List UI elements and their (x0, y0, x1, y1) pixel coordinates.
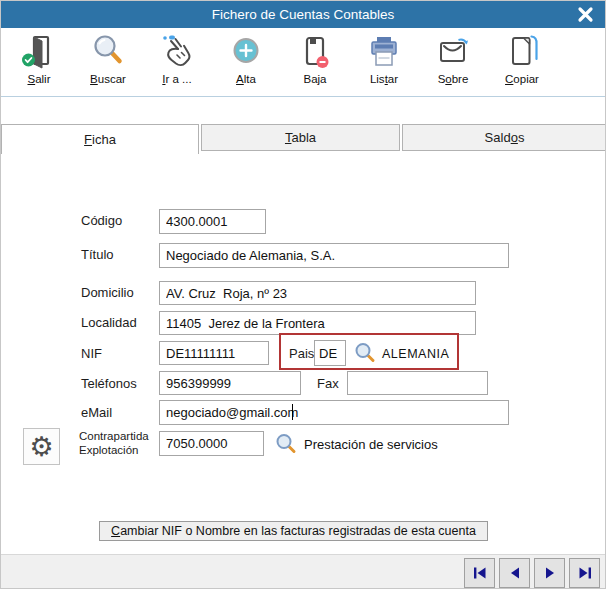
sobre-button[interactable]: Sobre (420, 30, 486, 85)
cambiar-nif-button[interactable]: Cambiar NIF o Nombre en las facturas reg… (99, 521, 488, 541)
delete-record-icon (294, 30, 336, 72)
pais-country-text: ALEMANIA (382, 347, 449, 361)
tab-ficha[interactable]: Ficha (1, 124, 199, 154)
envelope-icon (432, 30, 474, 72)
telefonos-label: Teléfonos (81, 376, 137, 391)
ir-a-button[interactable]: Ir a ... (144, 30, 210, 85)
contrapartida-label: Contrapartida Explotación (79, 429, 149, 457)
localidad-input[interactable] (159, 311, 476, 335)
contrapartida-input[interactable] (159, 431, 264, 456)
copiar-button[interactable]: Copiar (489, 30, 555, 85)
record-navigation-bar (1, 554, 605, 589)
buscar-button[interactable]: Buscar (75, 30, 141, 85)
goto-hand-icon (156, 30, 198, 72)
contrapartida-search-icon[interactable] (274, 432, 298, 460)
exit-door-icon (18, 30, 60, 72)
alta-button[interactable]: Alta (213, 30, 279, 85)
first-record-button[interactable] (464, 558, 495, 588)
listar-button[interactable]: Listar (351, 30, 417, 85)
pais-label: Pais (289, 346, 314, 361)
domicilio-label: Domicilio (81, 285, 134, 300)
fax-label: Fax (317, 376, 339, 391)
codigo-input[interactable] (159, 209, 266, 234)
fax-input[interactable] (347, 371, 488, 395)
titulo-input[interactable] (159, 243, 509, 268)
contrapartida-description: Prestación de servicios (304, 437, 438, 452)
gear-icon: ⚙ (29, 433, 53, 460)
salir-label: Salir (27, 73, 50, 85)
tab-tabla[interactable]: Tabla (201, 124, 400, 151)
fichero-cuentas-window: Fichero de Cuentas Contables Salir (0, 0, 606, 589)
sobre-label: Sobre (438, 73, 469, 85)
last-record-icon (576, 564, 594, 582)
salir-button[interactable]: Salir (6, 30, 72, 85)
listar-label: Listar (370, 73, 398, 85)
tab-strip: Ficha Tabla Saldos (1, 124, 605, 154)
next-record-icon (541, 564, 559, 582)
pais-search-icon[interactable] (353, 341, 377, 369)
email-label: eMail (81, 405, 112, 420)
toolbar: Salir Buscar I (1, 28, 605, 97)
previous-record-button[interactable] (499, 558, 530, 588)
close-icon (577, 6, 594, 23)
previous-record-icon (506, 564, 524, 582)
baja-label: Baja (303, 73, 326, 85)
codigo-label: Código (81, 213, 122, 228)
tab-saldos[interactable]: Saldos (402, 124, 606, 151)
title-bar: Fichero de Cuentas Contables (1, 1, 605, 28)
copy-icon (501, 30, 543, 72)
last-record-button[interactable] (569, 558, 600, 588)
first-record-icon (471, 564, 489, 582)
copiar-label: Copiar (505, 73, 539, 85)
settings-button[interactable]: ⚙ (23, 428, 60, 465)
pais-code-input[interactable] (314, 340, 346, 366)
window-title: Fichero de Cuentas Contables (212, 7, 394, 22)
baja-button[interactable]: Baja (282, 30, 348, 85)
printer-icon (363, 30, 405, 72)
text-caret (292, 404, 293, 420)
alta-label: Alta (236, 73, 256, 85)
domicilio-input[interactable] (159, 281, 476, 305)
close-button[interactable] (571, 4, 599, 25)
titulo-label: Título (81, 247, 114, 262)
telefonos-input[interactable] (159, 371, 301, 395)
next-record-button[interactable] (534, 558, 565, 588)
add-circle-icon (225, 30, 267, 72)
email-input[interactable] (159, 400, 509, 425)
localidad-label: Localidad (81, 315, 137, 330)
nif-input[interactable] (159, 341, 269, 365)
ir-a-label: Ir a ... (162, 73, 191, 85)
buscar-label: Buscar (90, 73, 126, 85)
nif-label: NIF (81, 346, 102, 361)
search-icon (87, 30, 129, 72)
